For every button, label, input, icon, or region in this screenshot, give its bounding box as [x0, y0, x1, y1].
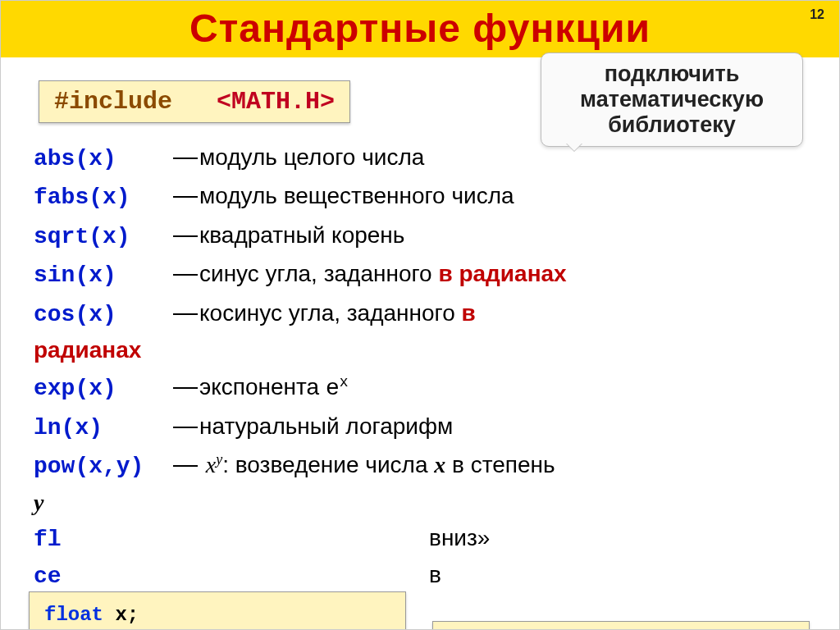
fn-sin: sin(x) [34, 258, 171, 293]
include-directive: #include <MATH.H> [39, 80, 350, 123]
function-list: abs(x)—модуль целого числа fabs(x)—модул… [34, 138, 806, 595]
fn-pow: pow(x,y) [34, 449, 171, 484]
slide-content: подключить математическую библиотеку #in… [1, 57, 839, 630]
fn-ln: ln(x) [34, 410, 171, 445]
code-examples: float x; x = floor(1.6);// 1 x = ceil(1.… [34, 590, 806, 630]
callout-box: подключить математическую библиотеку [541, 52, 803, 147]
fn-sqrt: sqrt(x) [34, 219, 171, 254]
y-tail: y [34, 490, 43, 515]
include-keyword: #include [54, 88, 172, 116]
fn-cos: cos(x) [34, 297, 171, 332]
fn-exp: exp(x) [34, 371, 171, 406]
include-header: <MATH.H> [217, 88, 335, 116]
codebox-right: x = floor(-1.6);//-2 x = ceil(-1.6); //-… [432, 621, 810, 630]
slide-title: Стандартные функции [1, 6, 839, 51]
codebox-left: float x; x = floor(1.6);// 1 x = ceil(1.… [29, 591, 406, 630]
title-bar: Стандартные функции [1, 1, 839, 57]
fn-fabs: fabs(x) [34, 180, 171, 215]
hidden-lines: flвниз» ceв [34, 520, 806, 595]
slide-number: 12 [810, 7, 824, 22]
fn-abs: abs(x) [34, 141, 171, 176]
radians-wrap: радианах [34, 337, 141, 363]
